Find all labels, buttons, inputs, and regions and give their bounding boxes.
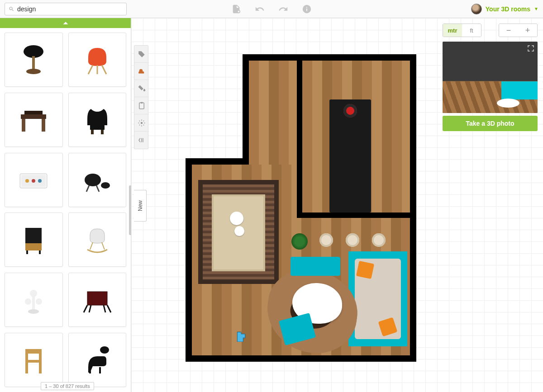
floorplan[interactable] [186, 54, 416, 362]
tool-rail [134, 45, 148, 149]
svg-rect-10 [101, 130, 104, 134]
svg-rect-30 [39, 354, 42, 373]
svg-point-26 [28, 309, 39, 314]
expand-icon[interactable] [527, 44, 535, 52]
svg-point-16 [85, 174, 101, 186]
svg-rect-21 [39, 250, 41, 254]
bar-stool[interactable] [372, 233, 386, 247]
catalog-item-desk[interactable] [5, 93, 63, 147]
svg-point-32 [100, 346, 109, 354]
svg-rect-7 [24, 111, 43, 114]
kitchen-island[interactable] [329, 99, 371, 213]
new-doc-icon[interactable] [231, 4, 241, 14]
take-3d-photo-button[interactable]: Take a 3D photo [443, 116, 538, 131]
svg-rect-8 [90, 125, 105, 130]
catalog-item-table-lamp[interactable] [5, 33, 63, 87]
svg-point-3 [26, 69, 41, 74]
wall[interactable] [244, 54, 416, 61]
catalog-item-lounge-chair[interactable] [68, 153, 127, 207]
info-icon[interactable] [302, 4, 312, 14]
clipboard-tool[interactable] [134, 97, 149, 114]
svg-point-22 [30, 290, 37, 297]
settings-tool[interactable] [134, 114, 149, 132]
catalog-item-campaign-chest[interactable] [68, 273, 127, 327]
svg-point-24 [36, 298, 42, 305]
zoom-in-button[interactable]: + [518, 24, 537, 37]
svg-rect-20 [26, 250, 28, 254]
catalog-item-wingback-chair[interactable] [68, 93, 127, 147]
unit-toggle: mtr ft [443, 24, 481, 37]
svg-rect-31 [27, 360, 40, 363]
walls-tool[interactable] [134, 46, 149, 63]
chevron-up-icon [62, 21, 69, 25]
rooms-dropdown-label: Your 3D rooms [486, 5, 530, 13]
wall[interactable] [186, 355, 416, 362]
svg-rect-9 [91, 130, 94, 134]
results-count: 1 – 30 of 827 results [41, 382, 94, 390]
svg-rect-28 [25, 349, 42, 354]
svg-rect-2 [32, 56, 35, 70]
paint-tool[interactable] [134, 80, 149, 97]
plant[interactable] [291, 233, 308, 250]
zoom-out-button[interactable]: − [499, 24, 518, 37]
wall[interactable] [297, 213, 415, 218]
sidebar-collapse-button[interactable] [0, 18, 131, 28]
search-input[interactable] [17, 5, 123, 13]
zoom-control: − + [499, 24, 538, 37]
floor-hall [249, 61, 297, 165]
wall[interactable] [243, 54, 249, 165]
bar-stool[interactable] [319, 233, 333, 247]
undo-icon[interactable] [255, 4, 265, 14]
catalog-sidebar: 1 – 30 of 827 results [0, 18, 131, 392]
svg-rect-34 [99, 367, 101, 373]
plate-icon [230, 212, 243, 225]
collapse-rail-tool[interactable] [134, 132, 149, 149]
wall[interactable] [186, 158, 244, 165]
new-tab-label: New [137, 200, 143, 211]
right-panel: mtr ft − + Take a 3D photo [443, 24, 538, 131]
wall[interactable] [410, 208, 416, 362]
unit-imperial-button[interactable]: ft [462, 24, 481, 37]
svg-rect-36 [141, 102, 143, 103]
svg-rect-19 [25, 243, 42, 250]
catalog-item-sideboard[interactable] [5, 153, 63, 207]
svg-point-13 [25, 179, 29, 183]
placement-cursor-icon [235, 330, 247, 342]
catalog-item-horse-lamp[interactable] [68, 333, 127, 387]
hob-icon [343, 104, 357, 118]
catalog-item-wooden-armchair[interactable] [5, 333, 63, 387]
svg-rect-18 [25, 228, 42, 243]
preview-sofa [501, 81, 538, 99]
redo-icon[interactable] [278, 4, 288, 14]
account-menu[interactable]: Your 3D rooms ▼ [471, 4, 538, 14]
furniture-tool[interactable] [134, 63, 149, 80]
catalog-item-cabinet[interactable] [5, 213, 63, 267]
svg-point-1 [24, 45, 43, 58]
svg-point-17 [101, 182, 110, 189]
teal-bench[interactable] [291, 257, 340, 276]
catalog-grid[interactable] [0, 28, 131, 392]
unit-metric-button[interactable]: mtr [443, 24, 462, 37]
wall[interactable] [297, 54, 302, 217]
svg-rect-6 [42, 119, 45, 132]
svg-rect-4 [21, 114, 46, 119]
user-avatar [471, 4, 482, 14]
catalog-item-eames-chair[interactable] [68, 33, 127, 87]
search-field[interactable] [5, 3, 127, 15]
new-project-tab[interactable]: New [134, 190, 147, 222]
svg-rect-25 [32, 296, 35, 310]
bar-stool[interactable] [346, 233, 359, 247]
svg-point-37 [141, 122, 143, 124]
top-bar: Your 3D rooms ▼ [0, 0, 543, 18]
chevron-down-icon: ▼ [534, 6, 538, 11]
svg-point-15 [38, 179, 42, 183]
wall[interactable] [186, 158, 192, 362]
preview-table [497, 99, 519, 108]
svg-rect-27 [87, 292, 107, 305]
wall[interactable] [410, 54, 416, 217]
3d-preview[interactable] [443, 42, 538, 113]
svg-rect-29 [25, 354, 28, 373]
catalog-item-candelabra[interactable] [5, 273, 63, 327]
cushion[interactable] [356, 261, 374, 279]
catalog-item-rocking-chair[interactable] [68, 213, 127, 267]
